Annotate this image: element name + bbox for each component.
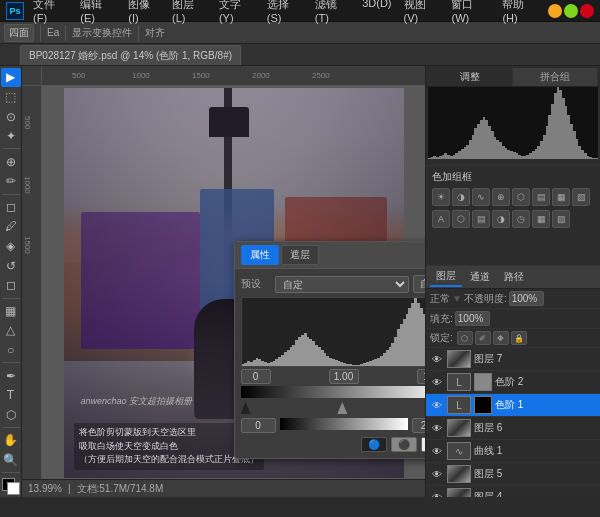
crop-tool[interactable]: ⊕ xyxy=(1,152,21,171)
magic-wand-tool[interactable]: ✦ xyxy=(1,127,21,146)
move-tool[interactable]: ▶ xyxy=(1,68,21,87)
clone-tool[interactable]: ◈ xyxy=(1,237,21,256)
tab-properties[interactable]: 属性 xyxy=(241,245,279,265)
midtone-slider[interactable] xyxy=(337,402,347,414)
adj-vibrance[interactable]: ⬡ xyxy=(512,188,530,206)
eyedropper-tool[interactable]: ✏ xyxy=(1,172,21,191)
layer-item[interactable]: 👁L色阶 2 xyxy=(426,371,600,394)
output-black-field[interactable] xyxy=(241,418,276,433)
tab-mask[interactable]: 遮层 xyxy=(281,245,319,265)
ruler-left: 500 1000 1500 xyxy=(22,86,42,497)
lasso-tool[interactable]: ⊙ xyxy=(1,107,21,126)
gray-eyedropper[interactable]: ⚫ xyxy=(391,437,417,452)
layer-visibility-icon[interactable]: 👁 xyxy=(430,490,444,497)
heal-tool[interactable]: ◻ xyxy=(1,198,21,217)
layer-thumbnail: L xyxy=(447,396,471,414)
close-button[interactable] xyxy=(580,4,594,18)
lock-position[interactable]: ✥ xyxy=(493,331,509,345)
layer-visibility-icon[interactable]: 👁 xyxy=(430,467,444,481)
tab-paths[interactable]: 路径 xyxy=(498,268,530,286)
ruler-mark-2500: 2500 xyxy=(312,71,330,80)
tab-flatten[interactable]: 拼合组 xyxy=(513,68,598,86)
tab-layers[interactable]: 图层 xyxy=(430,267,462,287)
color-swatches[interactable] xyxy=(2,478,20,495)
menu-image[interactable]: 图像(I) xyxy=(123,0,165,26)
layer-item[interactable]: 👁图层 7 xyxy=(426,348,600,371)
adj-posterize[interactable]: ◷ xyxy=(512,210,530,228)
layer-visibility-icon[interactable]: 👁 xyxy=(430,375,444,389)
menu-select[interactable]: 选择(S) xyxy=(262,0,308,26)
menu-help[interactable]: 帮助(H) xyxy=(497,0,544,26)
separator xyxy=(40,25,41,41)
adj-exposure[interactable]: ⊕ xyxy=(492,188,510,206)
fill-input[interactable] xyxy=(455,311,490,326)
input-mid-field[interactable] xyxy=(329,369,359,384)
eraser-tool[interactable]: ◻ xyxy=(1,276,21,295)
adj-curves[interactable]: ∿ xyxy=(472,188,490,206)
white-eyedropper[interactable]: ⚪ xyxy=(421,437,426,452)
document-tab[interactable]: BP028127 婚纱.psd @ 14% (色阶 1, RGB/8#) xyxy=(20,45,241,65)
layer-visibility-icon[interactable]: 👁 xyxy=(430,352,444,366)
adj-brightness[interactable]: ☀ xyxy=(432,188,450,206)
lock-image[interactable]: ✐ xyxy=(475,331,491,345)
hand-tool[interactable]: ✋ xyxy=(1,431,21,450)
opacity-input[interactable] xyxy=(509,291,544,306)
adj-hsl[interactable]: ▤ xyxy=(532,188,550,206)
menu-bar: 文件(F) 编辑(E) 图像(I) 图层(L) 文字(Y) 选择(S) 滤镜(T… xyxy=(28,0,544,26)
layer-item[interactable]: 👁图层 4 xyxy=(426,486,600,497)
brush-tool[interactable]: 🖊 xyxy=(1,217,21,236)
tab-channels[interactable]: 通道 xyxy=(464,268,496,286)
right-histogram-panel: 调整 拼合组 xyxy=(426,66,600,166)
lock-all[interactable]: 🔒 xyxy=(511,331,527,345)
minimize-button[interactable] xyxy=(548,4,562,18)
layer-item[interactable]: 👁图层 6 xyxy=(426,417,600,440)
menu-layer[interactable]: 图层(L) xyxy=(167,0,212,26)
auto-button[interactable]: 自动 xyxy=(413,275,426,293)
gradient-tool[interactable]: ▦ xyxy=(1,302,21,321)
menu-edit[interactable]: 编辑(E) xyxy=(75,0,121,26)
adj-invert[interactable]: ◑ xyxy=(492,210,510,228)
maximize-button[interactable] xyxy=(564,4,578,18)
preset-select[interactable]: 自定 xyxy=(275,276,409,293)
layer-item[interactable]: 👁图层 5 xyxy=(426,463,600,486)
layer-item[interactable]: 👁∿曲线 1 xyxy=(426,440,600,463)
shape-tool[interactable]: ⬡ xyxy=(1,406,21,425)
adj-levels[interactable]: ◑ xyxy=(452,188,470,206)
black-slider[interactable] xyxy=(241,402,251,414)
menu-type[interactable]: 文字(Y) xyxy=(214,0,260,26)
background-color[interactable] xyxy=(7,482,20,495)
zoom-tool[interactable]: 🔍 xyxy=(1,451,21,470)
menu-window[interactable]: 窗口(W) xyxy=(446,0,495,26)
right-histogram-bar xyxy=(595,158,598,159)
tab-adjustments[interactable]: 调整 xyxy=(428,68,513,86)
menu-filter[interactable]: 滤镜(T) xyxy=(310,0,355,26)
options-btn1[interactable]: 四面 xyxy=(4,24,34,42)
adj-channelmix[interactable]: ⬡ xyxy=(452,210,470,228)
layer-mask-thumbnail xyxy=(474,373,492,391)
adj-bw[interactable]: ▧ xyxy=(572,188,590,206)
adj-colorlookup[interactable]: ▤ xyxy=(472,210,490,228)
pen-tool[interactable]: ✒ xyxy=(1,366,21,385)
menu-3d[interactable]: 3D(D) xyxy=(357,0,396,26)
input-white-field[interactable] xyxy=(417,369,426,384)
dodge-tool[interactable]: ○ xyxy=(1,341,21,360)
output-white-field[interactable] xyxy=(412,418,426,433)
adj-gradient-map[interactable]: ▧ xyxy=(552,210,570,228)
layer-visibility-icon[interactable]: 👁 xyxy=(430,444,444,458)
blur-tool[interactable]: △ xyxy=(1,321,21,340)
menu-view[interactable]: 视图(V) xyxy=(399,0,445,26)
menu-file[interactable]: 文件(F) xyxy=(28,0,73,26)
marquee-tool[interactable]: ⬚ xyxy=(1,88,21,107)
history-brush[interactable]: ↺ xyxy=(1,256,21,275)
text-tool[interactable]: T xyxy=(1,386,21,405)
layer-visibility-icon[interactable]: 👁 xyxy=(430,421,444,435)
layer-item[interactable]: 👁L色阶 1 xyxy=(426,394,600,417)
adj-threshold[interactable]: ▦ xyxy=(532,210,550,228)
black-eyedropper[interactable]: 🔵 xyxy=(361,437,387,452)
tool-sep4 xyxy=(2,362,20,363)
input-black-field[interactable] xyxy=(241,369,271,384)
adj-photo-filter[interactable]: A xyxy=(432,210,450,228)
layer-visibility-icon[interactable]: 👁 xyxy=(430,398,444,412)
adj-colorbalance[interactable]: ▦ xyxy=(552,188,570,206)
lock-transparency[interactable]: ⬡ xyxy=(457,331,473,345)
